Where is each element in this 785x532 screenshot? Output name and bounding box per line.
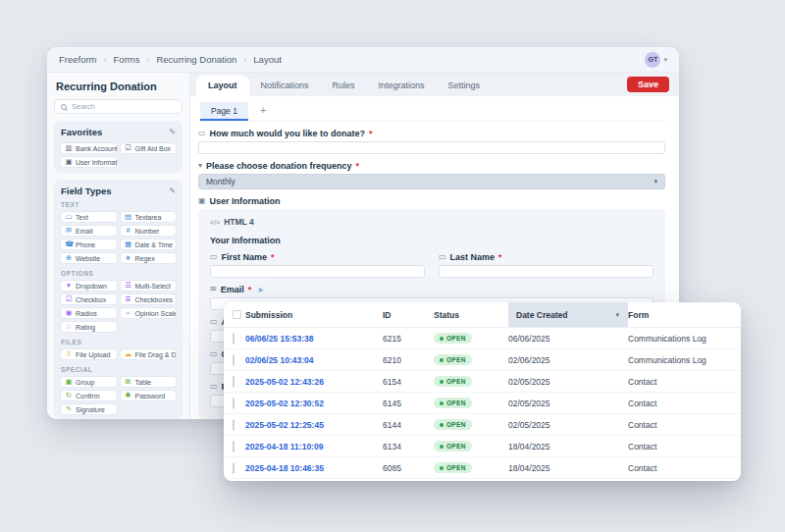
submission-link[interactable]: 02/06/25 10:43:04	[245, 355, 313, 365]
field-type-button[interactable]: ▣ Group	[60, 376, 118, 388]
date-created-value: 06/06/2025	[508, 334, 628, 344]
field-type-button[interactable]: ✎ Signature	[60, 403, 118, 415]
breadcrumb-item-layout[interactable]: Layout	[253, 54, 282, 65]
last-name-input[interactable]	[439, 265, 654, 278]
required-asterisk: *	[271, 252, 275, 262]
field-type-icon: ▤	[125, 213, 132, 221]
field-type-button[interactable]: ⇧ File Upload	[60, 348, 118, 360]
field-type-button[interactable]: ☰ Multi-Select	[120, 280, 178, 292]
favorite-field-button[interactable]: ▣ User Information	[60, 156, 118, 168]
donate-input[interactable]	[198, 141, 665, 154]
row-checkbox[interactable]	[233, 354, 235, 366]
field-type-button[interactable]: # Number	[120, 225, 178, 237]
row-checkbox[interactable]	[233, 376, 235, 388]
status-badge: OPEN	[434, 462, 472, 473]
search-box[interactable]	[54, 99, 183, 114]
edit-field-types-icon[interactable]: ✎	[169, 186, 176, 195]
row-checkbox[interactable]	[233, 462, 235, 474]
date-created-value: 18/04/2025	[508, 442, 628, 452]
field-type-group-text: ▭ Text ▤ Textarea ✉ Email	[60, 211, 177, 264]
date-created-value: 02/05/2025	[508, 377, 628, 387]
field-type-button[interactable]: ☁ File Drag & Drop	[120, 348, 178, 360]
avatar[interactable]: GT	[645, 52, 660, 68]
field-type-button[interactable]: ☎ Phone	[60, 239, 118, 250]
field-type-label: Signature	[76, 406, 105, 413]
submission-link[interactable]: 06/06/25 15:53:38	[245, 334, 313, 344]
submission-link[interactable]: 2025-04-18 11:10:09	[245, 442, 323, 452]
submission-id: 6154	[383, 377, 434, 387]
field-type-icon: ↻	[65, 392, 73, 399]
email-label-text: Email	[221, 285, 244, 294]
field-type-button[interactable]: ✉ Email	[60, 225, 118, 237]
table-row: 2025-04-18 11:10:09 6134 OPEN 18/04/2025…	[224, 436, 741, 457]
select-all-checkbox[interactable]	[233, 310, 241, 319]
status-dot-icon	[440, 466, 444, 470]
field-type-label: File Drag & Drop	[135, 351, 178, 358]
field-type-button[interactable]: ☑ Checkbox	[60, 293, 118, 305]
column-header-submission[interactable]: Submission	[245, 302, 383, 327]
add-page-button[interactable]: +	[260, 105, 266, 118]
breadcrumb-item-freeform[interactable]: Freeform	[59, 54, 97, 65]
row-checkbox[interactable]	[233, 419, 235, 431]
field-type-button[interactable]: ↻ Confirm	[60, 390, 118, 401]
field-type-icon: ✎	[65, 405, 73, 413]
field-type-button[interactable]: ▦ Date & Time	[120, 239, 178, 250]
favorite-field-button[interactable]: ☑ Gift Aid Box	[120, 142, 178, 154]
field-type-label: Textarea	[135, 214, 162, 221]
submission-link[interactable]: 2025-05-02 12:25:45	[245, 420, 324, 430]
submission-id: 6144	[383, 420, 434, 430]
frequency-select[interactable]: Monthly ▾	[198, 174, 665, 189]
text-field-icon: ▭	[439, 253, 446, 261]
tab-settings[interactable]: Settings	[437, 76, 493, 96]
row-checkbox[interactable]	[233, 333, 235, 345]
submission-link[interactable]: 2025-05-02 12:43:26	[245, 377, 324, 387]
row-checkbox[interactable]	[233, 398, 235, 409]
favorites-title: Favorites	[61, 127, 102, 137]
tab-integrations[interactable]: Integrations	[367, 76, 437, 96]
form-name: Contact	[628, 463, 741, 473]
column-header-form[interactable]: Form	[628, 302, 741, 327]
form-name: Contact	[628, 377, 741, 387]
field-type-button[interactable]: ◉ Radios	[60, 307, 118, 319]
submission-link[interactable]: 2025-05-02 12:30:52	[245, 399, 324, 408]
field-type-button[interactable]: ≣ Checkboxes	[120, 293, 178, 305]
field-type-button[interactable]: ⊞ Table	[120, 376, 178, 388]
field-type-button[interactable]: ⇔ Opinion Scale	[120, 307, 178, 319]
favorite-field-button[interactable]: ▥ Bank Account ..	[60, 142, 118, 154]
field-type-button[interactable]: ☆ Rating	[60, 321, 118, 333]
submission-link[interactable]: 2025-04-18 10:46:35	[245, 463, 324, 473]
code-icon: </>	[210, 219, 220, 226]
user-menu[interactable]: GT ▾	[645, 52, 667, 68]
field-type-icon: ☰	[125, 282, 132, 290]
column-header-id[interactable]: ID	[383, 302, 434, 327]
breadcrumb-item-recurring-donation[interactable]: Recurring Donation	[156, 54, 236, 65]
submissions-table-panel: Submission ID Status Date Created ▾ Form…	[224, 302, 741, 481]
field-type-button[interactable]: ▤ Textarea	[120, 211, 178, 223]
status-dot-icon	[440, 337, 444, 341]
form-name: Contact	[628, 399, 741, 408]
breadcrumb: Freeform › Forms › Recurring Donation › …	[59, 54, 282, 65]
first-name-input[interactable]	[210, 265, 425, 278]
field-type-button[interactable]: ▾ Dropdown	[60, 280, 118, 292]
required-asterisk: *	[248, 285, 252, 294]
field-type-button[interactable]: ⊕ Website	[60, 252, 118, 264]
row-checkbox[interactable]	[233, 441, 235, 452]
status-badge: OPEN	[434, 398, 472, 408]
tab-notifications[interactable]: Notifications	[249, 76, 321, 96]
field-type-icon: ▦	[125, 240, 132, 248]
email-field-icon: ✉	[210, 286, 217, 293]
field-type-button[interactable]: ∗ Regex	[120, 252, 178, 264]
column-header-status[interactable]: Status	[434, 302, 508, 327]
form-title: Recurring Donation	[56, 80, 183, 92]
search-input[interactable]	[72, 102, 176, 111]
breadcrumb-item-forms[interactable]: Forms	[114, 54, 140, 65]
tab-rules[interactable]: Rules	[321, 76, 367, 96]
page-tab-1[interactable]: Page 1	[200, 102, 248, 121]
field-type-button[interactable]: ▭ Text	[60, 211, 118, 223]
save-button[interactable]: Save	[627, 77, 669, 92]
field-types-title: Field Types	[61, 186, 112, 196]
column-header-date-created[interactable]: Date Created ▾	[508, 302, 628, 327]
edit-favorites-icon[interactable]: ✎	[169, 128, 176, 136]
tab-layout[interactable]: Layout	[196, 76, 249, 96]
field-type-button[interactable]: ✱ Password	[120, 390, 178, 401]
